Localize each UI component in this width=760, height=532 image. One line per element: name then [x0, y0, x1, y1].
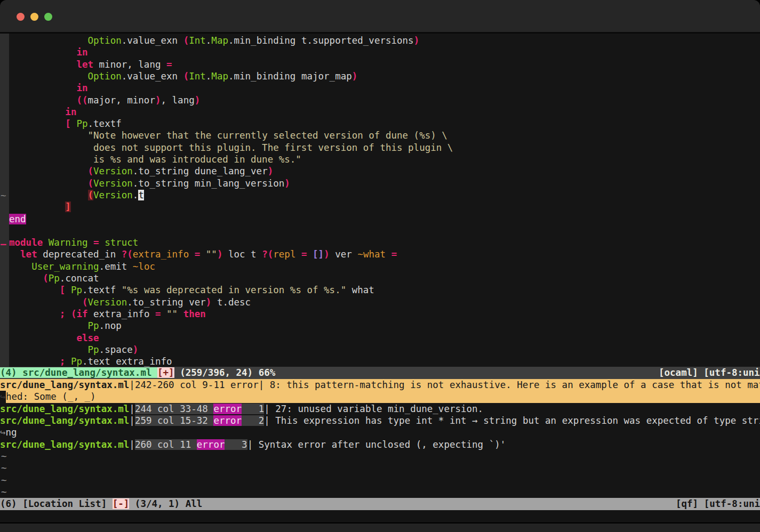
code-token: [ — [60, 285, 66, 295]
quickfix-filename: src/dune_lang/syntax.ml — [0, 380, 129, 390]
code-token — [65, 356, 71, 367]
indent — [9, 154, 93, 165]
code-token: .min_binding t.supported_versions — [228, 35, 414, 46]
separator: | — [129, 380, 135, 390]
indent — [9, 356, 60, 367]
sliver-dash: – — [1, 238, 6, 250]
code-line: Option.value_exn (Int.Map.min_binding t.… — [9, 35, 760, 46]
quickfix-row[interactable]: src/dune_lang/syntax.ml|244 col 33-48 er… — [0, 403, 760, 415]
quickfix-message: 8: this pattern-matching is not exhausti… — [264, 380, 760, 390]
code-token: ( — [183, 35, 189, 46]
code-line: User_warning.emit ~loc — [9, 261, 760, 272]
code-line: is %s and was introduced in dune %s." — [9, 154, 760, 165]
statusline-active: (4) src/dune_lang/syntax.ml [+] (259/396… — [0, 367, 760, 379]
code-token: Int — [189, 71, 206, 82]
code-token: . — [206, 71, 212, 82]
loclist-position: (3/4, 1) All — [129, 498, 202, 509]
quickfix-meta: 244 col 33-48 — [135, 404, 214, 414]
cursor: t — [138, 190, 144, 200]
code-token: .nop — [99, 320, 122, 331]
code-token — [71, 118, 77, 129]
code-line: Option.value_exn (Int.Map.min_binding ma… — [9, 70, 760, 82]
indent — [9, 107, 65, 117]
code-token — [99, 237, 105, 248]
code-token: does not support this plugin. The first … — [93, 142, 453, 153]
code-line: does not support this plugin. The first … — [9, 142, 760, 154]
quickfix-message: 27: unused variable min_dune_version. — [270, 404, 483, 414]
code-token: "Note however that the currently selecte… — [88, 130, 447, 141]
minimize-button[interactable] — [30, 13, 38, 21]
code-token: , lang — [161, 95, 195, 106]
code-line: (Version.to_string min_lang_version) — [9, 178, 760, 189]
code-token — [307, 249, 313, 260]
code-token: ~what — [357, 249, 386, 260]
code-token: ?( — [122, 249, 133, 260]
code-token: extra_info — [88, 309, 155, 319]
indent — [9, 249, 20, 260]
quickfix-row[interactable]: src/dune_lang/syntax.ml|259 col 15-32 er… — [0, 415, 760, 426]
indent — [9, 201, 65, 212]
code-token: what — [346, 285, 374, 295]
indent — [9, 71, 88, 82]
quickfix-row[interactable]: ↪ng — [0, 426, 760, 438]
indent — [9, 142, 93, 153]
code-line: let minor, lang = — [9, 59, 760, 70]
code-token: t.desc — [211, 297, 251, 308]
zoom-button[interactable] — [44, 13, 52, 21]
separator: | — [129, 415, 135, 426]
code-token: = — [155, 309, 161, 319]
code-line: Pp.nop — [9, 320, 760, 332]
indent — [9, 95, 76, 106]
separator: | — [264, 404, 270, 414]
code-line: "Note however that the currently selecte… — [9, 130, 760, 141]
close-button[interactable] — [17, 13, 25, 21]
indent — [9, 47, 76, 58]
title-bar[interactable] — [0, 0, 760, 32]
code-token: loc t — [222, 249, 262, 260]
code-token: ) — [352, 71, 358, 82]
quickfix-message-wrap: hed: Some (_, _) — [6, 391, 96, 402]
error-badge: error — [213, 415, 242, 426]
indent — [9, 309, 60, 319]
code-token: ] — [65, 201, 71, 212]
code-token: ( — [82, 297, 88, 308]
statusline-position: (259/396, 24) 66% — [174, 367, 276, 378]
quickfix-message: This expression has type int * int → str… — [270, 415, 760, 426]
quickfix-row[interactable]: src/dune_lang/syntax.ml|242-260 col 9-11… — [0, 379, 760, 391]
indent — [9, 344, 88, 355]
quickfix-row[interactable]: ↪hed: Some (_, _) — [0, 391, 760, 402]
empty-line-tilde: ~ — [1, 486, 7, 498]
code-token: Pp — [88, 344, 99, 355]
code-token: in — [76, 47, 87, 58]
code-token: Int — [189, 35, 206, 46]
code-line: (Version.to_string ver) t.desc — [9, 296, 760, 308]
code-token: Option — [88, 35, 122, 46]
quickfix-error-number: 2 — [242, 415, 264, 426]
code-token: ( — [183, 71, 189, 82]
indent — [9, 35, 88, 46]
code-token: struct — [105, 237, 138, 248]
code-line: (Version.to_string dune_lang_ver) — [9, 165, 760, 177]
terminal-area[interactable]: ~ – (4) src/dune_lang/syntax.ml [+] (259… — [0, 34, 760, 522]
code-token: = — [166, 59, 172, 70]
code-token: ) — [217, 249, 223, 260]
code-token: (if — [71, 309, 88, 319]
screenshot-root: { "window": { "buttons": { "close": "clo… — [0, 0, 760, 532]
indent — [9, 190, 88, 200]
code-token: Option — [88, 71, 122, 82]
code-token: ) — [414, 35, 420, 46]
code-token: major, minor — [88, 95, 155, 106]
code-token — [189, 249, 195, 260]
separator: | — [247, 439, 253, 450]
indent — [9, 166, 88, 176]
code-line: end — [9, 213, 760, 225]
loclist-title: (6) [Location List] — [0, 498, 113, 509]
command-line[interactable] — [0, 510, 760, 522]
separator: | — [129, 439, 135, 450]
code-token: [ — [65, 118, 71, 129]
error-badge: error — [213, 404, 242, 414]
code-token: . — [206, 35, 212, 46]
code-token: Version — [93, 190, 133, 200]
code-token: ( — [88, 178, 94, 189]
quickfix-row[interactable]: src/dune_lang/syntax.ml|260 col 11 error… — [0, 439, 760, 450]
